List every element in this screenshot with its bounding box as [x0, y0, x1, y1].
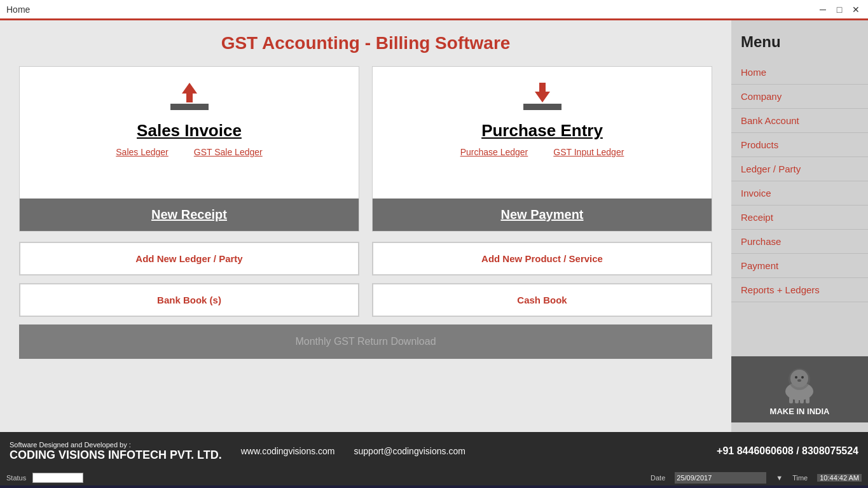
minimize-button[interactable]: ─: [817, 4, 829, 15]
footer-left: Software Designed and Developed by : COD…: [10, 441, 222, 462]
bank-book-button[interactable]: Bank Book (s): [19, 283, 359, 317]
time-display: 10:44:42 AM: [817, 474, 862, 482]
sidebar-item-reports-ledgers[interactable]: Reports + Ledgers: [731, 278, 868, 302]
svg-rect-6: [523, 108, 561, 110]
purchase-ledger-link[interactable]: Purchase Ledger: [460, 147, 528, 157]
main-container: GST Accounting - Billing Software: [0, 20, 868, 432]
cards-row: Sales Invoice Sales Ledger GST Sale Ledg…: [19, 66, 712, 232]
svg-rect-18: [800, 397, 804, 403]
sidebar: Menu Home Company Bank Account Products …: [731, 20, 868, 432]
svg-rect-3: [203, 104, 209, 110]
sales-invoice-title: Sales Invoice: [137, 121, 242, 141]
svg-rect-7: [523, 104, 528, 110]
sidebar-item-company[interactable]: Company: [731, 85, 868, 109]
close-button[interactable]: ✕: [850, 4, 862, 15]
make-in-india-text: MAKE IN INDIA: [770, 407, 830, 416]
page-title: GST Accounting - Billing Software: [19, 33, 712, 53]
actions-row: Add New Ledger / Party Add New Product /…: [19, 242, 712, 275]
gst-input-ledger-link[interactable]: GST Input Ledger: [553, 147, 624, 157]
make-in-india-logo: MAKE IN INDIA: [731, 356, 868, 422]
sidebar-item-receipt[interactable]: Receipt: [731, 206, 868, 230]
window-title: Home: [6, 4, 30, 15]
chevron-down-icon: ▼: [776, 474, 783, 482]
gst-sale-ledger-link[interactable]: GST Sale Ledger: [194, 147, 263, 157]
sales-invoice-card: Sales Invoice Sales Ledger GST Sale Ledg…: [19, 66, 359, 232]
footer: Software Designed and Developed by : COD…: [0, 432, 868, 470]
svg-point-14: [801, 376, 804, 379]
maximize-button[interactable]: □: [834, 4, 845, 15]
date-input[interactable]: [675, 472, 766, 484]
status-bar: Status Date ▼ Time 10:44:42 AM: [0, 470, 868, 485]
footer-phone: +91 8446060608 / 8308075524: [717, 445, 858, 457]
sidebar-title: Menu: [731, 30, 868, 60]
svg-rect-8: [556, 104, 561, 110]
svg-rect-2: [170, 104, 176, 110]
status-label: Status: [6, 474, 26, 482]
gst-return-button[interactable]: Monthly GST Return Download: [19, 324, 712, 359]
windows-taskbar: 🔍 Type here to search 🎤 ⧉ ✉ e 📁 🛍 💬 ⊕ S …: [0, 485, 868, 488]
sidebar-item-payment[interactable]: Payment: [731, 254, 868, 278]
sidebar-item-home[interactable]: Home: [731, 60, 868, 85]
sidebar-item-bank-account[interactable]: Bank Account: [731, 109, 868, 133]
window-controls: ─ □ ✕: [817, 4, 862, 15]
purchase-entry-title: Purchase Entry: [481, 121, 603, 141]
svg-rect-16: [789, 397, 793, 403]
sidebar-item-invoice[interactable]: Invoice: [731, 181, 868, 206]
title-bar: Home ─ □ ✕: [0, 0, 868, 20]
sidebar-item-products[interactable]: Products: [731, 133, 868, 157]
date-label: Date: [651, 474, 665, 482]
time-label: Time: [792, 474, 808, 482]
purchase-card-links: Purchase Ledger GST Input Ledger: [460, 147, 624, 157]
svg-rect-1: [170, 108, 209, 110]
footer-website[interactable]: www.codingvisions.com: [241, 446, 335, 456]
sidebar-item-purchase[interactable]: Purchase: [731, 230, 868, 254]
download-icon: [520, 80, 565, 115]
svg-point-15: [797, 379, 801, 382]
svg-rect-17: [795, 397, 799, 403]
svg-marker-9: [535, 83, 550, 102]
footer-support: support@codingvisions.com: [354, 446, 465, 456]
add-ledger-button[interactable]: Add New Ledger / Party: [19, 242, 359, 275]
sales-ledger-link[interactable]: Sales Ledger: [116, 147, 169, 157]
status-bar-right: Date ▼ Time 10:44:42 AM: [651, 472, 862, 484]
sidebar-item-ledger-party[interactable]: Ledger / Party: [731, 157, 868, 181]
svg-marker-4: [182, 83, 197, 102]
status-input[interactable]: [32, 473, 83, 483]
svg-rect-19: [806, 397, 809, 403]
new-payment-button[interactable]: New Payment: [373, 199, 712, 231]
start-button[interactable]: [3, 485, 29, 488]
purchase-entry-card: Purchase Entry Purchase Ledger GST Input…: [372, 66, 712, 232]
svg-point-13: [795, 376, 797, 379]
add-product-button[interactable]: Add New Product / Service: [372, 242, 712, 275]
new-receipt-button[interactable]: New Receipt: [20, 199, 359, 231]
cash-book-button[interactable]: Cash Book: [372, 283, 712, 317]
content-area: GST Accounting - Billing Software: [0, 20, 731, 432]
bottom-row: Bank Book (s) Cash Book: [19, 283, 712, 317]
upload-icon: [167, 80, 212, 115]
sales-card-links: Sales Ledger GST Sale Ledger: [116, 147, 262, 157]
